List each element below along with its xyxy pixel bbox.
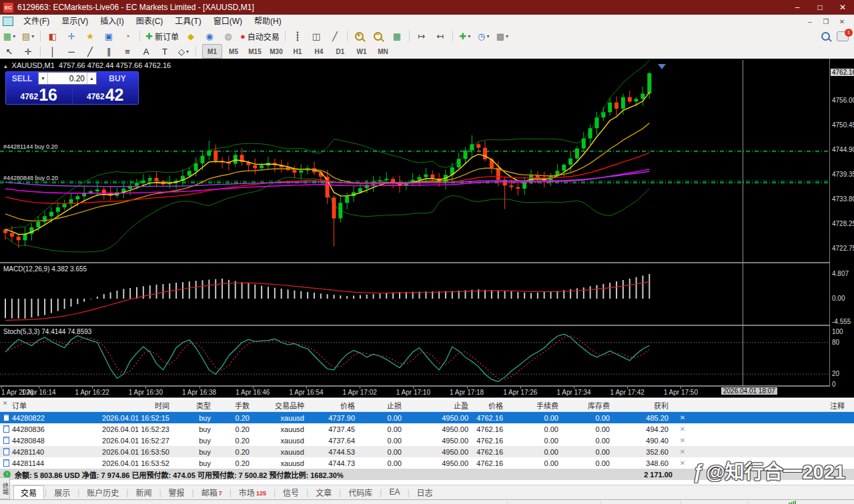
periods-button[interactable]: ◷▾ [475,29,492,43]
tab-signals[interactable]: 信号 [276,486,306,499]
strategy-tester-button[interactable]: ◔ [119,29,136,43]
community-button[interactable]: ◉ [201,29,218,43]
column-header-8[interactable]: 价格 [472,400,507,411]
volume-input[interactable]: 0.20 [48,73,87,84]
bar-chart-mode-button[interactable]: ┋ [289,29,306,43]
price-axis[interactable]: 4762.16 4756.004750.454744.904739.354733… [829,59,854,397]
pane-splitter[interactable] [0,325,854,326]
data-window-button[interactable]: ✛ [63,29,80,43]
close-button[interactable]: ✕ [831,0,854,15]
vertical-line-button[interactable]: │ [44,44,61,59]
sell-button[interactable]: SELL [6,72,38,85]
column-header-9[interactable]: 手续费 [507,400,562,411]
close-order-button[interactable]: ✕ [673,437,693,444]
menu-item[interactable]: 显示(V) [55,17,94,26]
navigator-button[interactable]: ★ [81,29,99,43]
menu-item[interactable]: 图表(C) [130,17,169,26]
column-header-1[interactable]: 时间 [73,400,173,411]
column-header-7[interactable]: 止盈 [406,400,472,411]
close-order-button[interactable]: ✕ [673,414,693,421]
metaeditor-button[interactable]: ◆ [182,29,199,43]
restore-chart-button[interactable]: ❒ [818,15,834,27]
close-order-button[interactable]: ✕ [673,425,693,433]
maximize-button[interactable]: □ [809,0,831,15]
buy-button[interactable]: BUY [97,72,138,85]
tab-account-history[interactable]: 账户历史 [80,486,125,499]
auto-scroll-button[interactable]: ↤ [432,29,449,43]
close-chart-button[interactable]: ✕ [834,15,850,27]
timeframe-h1[interactable]: H1 [288,44,308,59]
minimize-chart-button[interactable]: – [802,15,818,27]
crosshair-button[interactable]: ✛ [19,44,37,59]
timeframe-h4[interactable]: H4 [309,44,329,59]
column-header-5[interactable]: 价格 [308,400,359,411]
market-watch-button[interactable]: ◧ [44,29,61,43]
volume-increase-icon[interactable]: ▲ [87,73,96,84]
shift-chart-button[interactable]: ↦ [413,29,430,43]
chart-system-menu-icon[interactable] [3,17,13,26]
column-header-6[interactable]: 止损 [359,400,406,411]
timeframe-m5[interactable]: M5 [224,44,244,59]
tab-alerts[interactable]: 警报 [162,486,191,499]
volume-decrease-icon[interactable]: ▼ [39,73,48,84]
tab-news[interactable]: 新闻 [129,486,158,499]
timeframe-w1[interactable]: W1 [352,44,372,59]
column-header-4[interactable]: 交易品种 [254,400,308,411]
close-order-button[interactable]: ✕ [673,459,693,467]
stochastic-indicator-canvas[interactable] [0,326,829,385]
indicators-button[interactable]: ✚▾ [456,29,474,43]
column-header-order[interactable]: 订单 [12,400,73,411]
terminal-panel-button[interactable]: ▣ [100,29,117,43]
zoom-in-button[interactable] [351,29,368,43]
new-order-button[interactable]: ✚新订单 [143,29,181,43]
buy-price[interactable]: 4762 42 [73,85,139,104]
menu-item[interactable]: 工具(T) [169,17,207,26]
text-label-button[interactable]: T [156,44,173,59]
horizontal-line-button[interactable]: ─ [63,44,80,59]
pane-splitter[interactable] [0,262,854,263]
zoom-out-button[interactable] [370,29,387,43]
timeframe-d1[interactable]: D1 [330,44,350,59]
column-header-3[interactable]: 手数 [215,400,254,411]
cursor-button[interactable]: ↖ [1,44,18,59]
close-terminal-icon[interactable]: ✕ [3,400,8,407]
timeframe-mn[interactable]: MN [373,44,393,59]
order-row[interactable]: 442808362026.04.01 16:52:23buy0.20xauusd… [0,423,854,435]
timeframe-m30[interactable]: M30 [266,44,286,59]
chart-area[interactable]: ▴ XAUUSD,M1 4757.66 4762.44 4757.66 4762… [0,59,854,397]
column-header-2[interactable]: 类型 [173,400,215,411]
terminal-side-tab[interactable]: 终端 [0,477,10,499]
candlestick-mode-button[interactable]: ◫ [308,29,325,43]
menu-item[interactable]: 插入(I) [94,17,129,26]
collapse-panel-icon[interactable]: ▴ [4,63,7,69]
close-order-button[interactable]: ✕ [673,448,693,455]
search-icon[interactable] [821,32,830,41]
tab-market[interactable]: 市场125 [232,486,273,499]
order-row[interactable]: 442808222026.04.01 16:52:15buy0.20xauusd… [0,412,854,423]
column-header-10[interactable]: 库存费 [562,400,614,411]
time-axis[interactable]: 2026.04.01 18:07 1 Apr 20261 Apr 16:141 … [0,387,854,397]
equidistant-channel-button[interactable]: ∥ [100,44,117,59]
minimize-button[interactable]: – [786,0,809,15]
tab-articles[interactable]: 文章 [309,486,338,499]
column-header-comment[interactable]: 注释 [693,400,854,411]
autotrading-button[interactable]: ●自动交易 [238,29,282,43]
fibonacci-button[interactable]: ≡ [119,44,136,59]
timeframe-m15[interactable]: M15 [245,44,265,59]
tab-trade[interactable]: 交易 [13,485,44,500]
notifications-icon[interactable]: 1 [837,31,849,41]
tab-experts[interactable]: EA [382,487,406,498]
tab-exposure[interactable]: 展示 [47,486,77,499]
tab-mailbox[interactable]: 邮箱7 [195,486,229,499]
templates-button[interactable]: ▩▾ [494,29,511,43]
menu-item[interactable]: 帮助(H) [248,17,288,26]
text-button[interactable]: A [137,44,155,59]
trendline-button[interactable]: ╱ [81,44,99,59]
column-header-11[interactable]: 获利 [614,400,673,411]
new-chart-button[interactable]: ▦▾ [1,29,18,43]
macd-indicator-canvas[interactable] [0,263,829,325]
sell-price[interactable]: 4762 16 [6,85,72,104]
menu-item[interactable]: 窗口(W) [207,17,248,26]
timeframe-m1[interactable]: M1 [202,44,222,59]
menu-item[interactable]: 文件(F) [17,17,55,26]
